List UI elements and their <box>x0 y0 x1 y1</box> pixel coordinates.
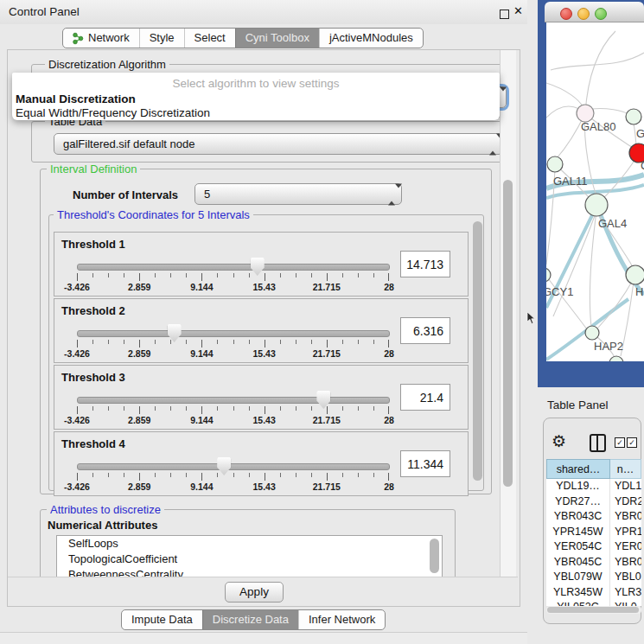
table-hscrollbar[interactable] <box>546 606 641 614</box>
tick-label: 9.144 <box>190 481 213 492</box>
threshold-2-slider[interactable] <box>77 330 390 337</box>
panel-scrollbar[interactable] <box>500 50 516 603</box>
num-intervals-combobox[interactable]: 5 <box>194 183 402 205</box>
tick-label: 15.43 <box>252 348 275 359</box>
tick-label: 9.144 <box>190 415 213 425</box>
apply-bar: Apply <box>8 577 518 605</box>
list-scrollbar-thumb[interactable] <box>430 539 439 573</box>
table-row[interactable]: YBL079WYBL0 <box>546 570 641 585</box>
node-h[interactable] <box>626 265 644 284</box>
mouse-cursor <box>526 312 536 325</box>
float-window-icon[interactable] <box>500 10 509 19</box>
list-item[interactable]: SelfLoops <box>57 536 442 552</box>
tick-label: 2.859 <box>128 481 150 492</box>
node-label: GAL80 <box>581 120 615 133</box>
dropdown-placeholder-item[interactable]: Select algorithm to view settings <box>12 77 500 90</box>
table-row[interactable]: YBR043CYBR0 <box>546 509 641 525</box>
tab-select[interactable]: Select <box>184 29 235 48</box>
tick-label: -3.426 <box>64 481 90 492</box>
gear-icon[interactable]: ⚙ <box>552 431 566 451</box>
minimize-window-icon[interactable] <box>577 8 590 20</box>
tick-label: -3.426 <box>64 415 90 425</box>
tick-label: 21.715 <box>313 348 341 359</box>
tab-discretize-data[interactable]: Discretize Data <box>202 610 298 629</box>
threshold-2-value-field[interactable]: 6.316 <box>400 317 450 344</box>
dropdown-option-manual[interactable]: Manual Discretization <box>16 92 136 105</box>
node-label: C <box>641 159 644 172</box>
list-item[interactable]: TopologicalCoefficient <box>57 552 442 567</box>
tab-infer-network[interactable]: Infer Network <box>298 610 385 629</box>
table-row[interactable]: YDR27…YDR2 <box>546 494 641 510</box>
screen: Control Panel ✕ Network Style Select Cyn… <box>0 0 644 644</box>
tab-style[interactable]: Style <box>139 29 184 48</box>
threshold-3-value-field[interactable]: 21.4 <box>400 384 450 411</box>
tick-label: 2.859 <box>128 348 150 359</box>
tab-network[interactable]: Network <box>63 29 139 48</box>
scrollbar-thumb[interactable] <box>547 607 639 613</box>
node-partial[interactable] <box>609 356 623 361</box>
table-row[interactable]: YBR045CYBR0 <box>546 555 641 571</box>
node-attribute-table: shared… n… YDL19…YDL1 YDR27…YDR2 YBR043C… <box>546 459 641 606</box>
num-intervals-label: Number of Intervals <box>73 188 178 201</box>
node-label: GAL11 <box>553 175 588 188</box>
tab-network-label: Network <box>88 29 130 48</box>
tick-label: 21.715 <box>313 282 341 292</box>
table-row[interactable]: YLR345WYLR3 <box>546 585 641 601</box>
discretization-algorithm-label: Discretization Algorithm <box>45 58 169 71</box>
threshold-4-value-field[interactable]: 11.344 <box>400 450 450 477</box>
tick-label: -3.426 <box>64 348 90 359</box>
tick-label: 9.144 <box>190 282 213 292</box>
column-header-shared-name[interactable]: shared… <box>546 459 610 479</box>
threshold-3-slider[interactable] <box>77 397 390 404</box>
node-gal4[interactable] <box>585 194 608 216</box>
table-row[interactable]: YPR145WYPR1 <box>546 525 641 540</box>
network-window: GAL80 G C GAL11 GAL4 GCY1 H HAP2 <box>538 0 644 387</box>
interval-definition-label: Interval Definition <box>47 163 140 175</box>
node-g[interactable] <box>626 109 641 124</box>
table-data-value: galFiltered.sif default node <box>63 137 194 150</box>
threshold-3-panel: Threshold 3 -3.426 2.859 9.144 15.43 21.… <box>54 365 469 430</box>
split-columns-icon[interactable] <box>590 434 606 452</box>
control-panel-tabs: Network Style Select Cyni Toolbox jActiv… <box>62 28 424 48</box>
network-window-titlebar[interactable] <box>545 2 644 22</box>
threshold-1-panel: Threshold 1 -3.426 2.859 9.144 15.43 21.… <box>54 232 469 296</box>
dropdown-option-equal-width[interactable]: Equal Width/Frequency Discretization <box>16 106 210 119</box>
node-gal80[interactable] <box>577 105 594 122</box>
select-none-checkbox-icon[interactable]: ✓ <box>627 437 637 448</box>
tab-cyni-toolbox[interactable]: Cyni Toolbox <box>235 29 319 48</box>
node-hap2[interactable] <box>585 326 599 340</box>
thresholds-scrollbar[interactable] <box>470 220 481 484</box>
table-data-combobox[interactable]: galFiltered.sif default node <box>54 133 503 155</box>
node-label: HAP2 <box>594 340 623 353</box>
threshold-4-slider[interactable] <box>77 463 390 470</box>
threshold-1-slider[interactable] <box>77 264 390 271</box>
tick-label: 15.43 <box>252 481 275 492</box>
network-canvas[interactable]: GAL80 G C GAL11 GAL4 GCY1 H HAP2 <box>546 22 644 361</box>
close-icon[interactable]: ✕ <box>513 4 523 17</box>
tab-jactivemnodules[interactable]: jActiveMNodules <box>319 29 423 48</box>
scrollbar-thumb[interactable] <box>473 221 482 481</box>
tick-label: -3.426 <box>64 282 90 292</box>
threshold-1-value-field[interactable]: 14.713 <box>400 251 450 277</box>
node-gal11[interactable] <box>547 156 563 172</box>
column-header-name[interactable]: n… <box>610 459 641 479</box>
table-row[interactable]: YER054CYER0 <box>546 539 641 555</box>
table-row[interactable]: YDL19…YDL1 <box>546 479 641 494</box>
close-window-icon[interactable] <box>560 8 572 20</box>
numerical-attributes-label: Numerical Attributes <box>48 519 157 532</box>
tick-label: 9.144 <box>190 348 213 359</box>
table-row[interactable]: YIL052CYIL0 <box>546 600 641 606</box>
scrollbar-thumb[interactable] <box>503 180 513 487</box>
select-all-checkbox-icon[interactable]: ✓ <box>615 437 625 448</box>
zoom-window-icon[interactable] <box>595 8 607 20</box>
node-label: H <box>635 285 643 298</box>
tab-impute-data[interactable]: Impute Data <box>122 610 202 629</box>
tick-label: 28 <box>384 415 394 425</box>
node-gcy1[interactable] <box>546 268 551 282</box>
node-label: G <box>636 127 644 140</box>
algorithm-dropdown-popup: Select algorithm to view settings Manual… <box>12 73 500 120</box>
table-panel-title: Table Panel <box>547 399 609 411</box>
numerical-attributes-list[interactable]: SelfLoops TopologicalCoefficient Between… <box>56 535 443 578</box>
tick-label: 28 <box>384 481 394 492</box>
apply-button[interactable]: Apply <box>225 582 284 603</box>
